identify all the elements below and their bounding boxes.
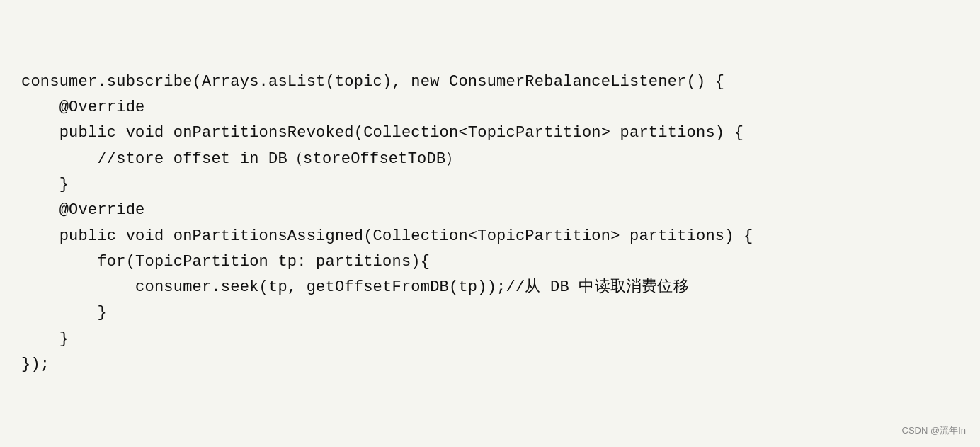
code-block: consumer.subscribe(Arrays.asList(topic),… — [21, 69, 952, 378]
code-container: consumer.subscribe(Arrays.asList(topic),… — [0, 0, 980, 447]
watermark: CSDN @流年In — [902, 424, 967, 437]
